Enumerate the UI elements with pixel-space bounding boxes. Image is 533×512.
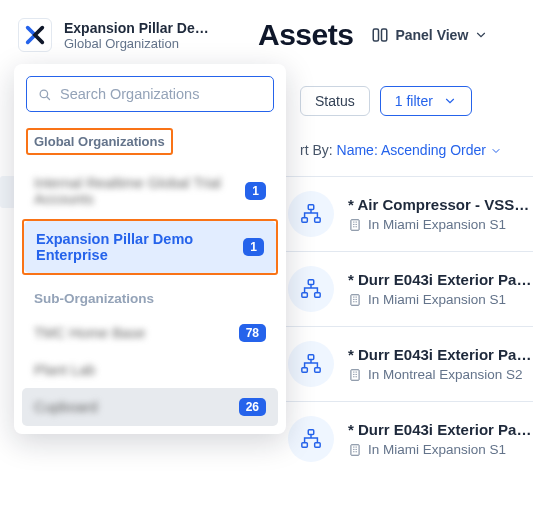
asset-location: In Miami Expansion S1 (348, 292, 533, 307)
svg-rect-6 (308, 280, 314, 285)
asset-title: * Durr E043i Exterior Paint A (348, 421, 533, 438)
asset-location: In Miami Expansion S1 (348, 217, 533, 232)
org-item-label: Internal Realtime Global Trial Accounts (34, 175, 245, 207)
panel-view-label: Panel View (395, 27, 468, 43)
current-org-scope: Global Organization (64, 36, 209, 51)
org-item-label: Cupboard (34, 399, 239, 415)
asset-item[interactable]: * Air Compressor - VSS SinIn Miami Expan… (282, 176, 533, 251)
svg-rect-10 (308, 355, 314, 360)
chevron-down-icon (443, 94, 457, 108)
org-item-label: Plant Lab (34, 362, 266, 378)
sub-org-item[interactable]: TMC Home Base78 (22, 314, 278, 352)
search-input[interactable] (60, 86, 263, 102)
svg-rect-12 (315, 368, 321, 373)
building-icon (348, 368, 362, 382)
svg-rect-11 (302, 368, 308, 373)
svg-rect-4 (315, 218, 321, 223)
asset-item[interactable]: * Durr E043i Exterior Paint AIn Montreal… (282, 326, 533, 401)
svg-rect-7 (302, 293, 308, 298)
chevron-down-icon (474, 28, 488, 42)
count-badge: 1 (245, 182, 266, 200)
search-icon (37, 87, 52, 102)
org-switcher[interactable]: Expansion Pillar De… Global Organization (18, 18, 238, 52)
selected-org-highlight: Expansion Pillar Demo Enterprise1 (22, 219, 278, 275)
hierarchy-icon (300, 428, 322, 450)
global-orgs-heading: Global Organizations (26, 128, 173, 155)
status-filter-button[interactable]: Status (300, 86, 370, 116)
org-item-label: Expansion Pillar Demo Enterprise (36, 231, 243, 263)
asset-title: * Durr E043i Exterior Paint A (348, 271, 533, 288)
svg-rect-14 (308, 430, 314, 435)
count-badge: 1 (243, 238, 264, 256)
svg-point-18 (40, 90, 48, 98)
asset-list: * Air Compressor - VSS SinIn Miami Expan… (282, 176, 533, 476)
asset-item[interactable]: * Durr E043i Exterior Paint AIn Miami Ex… (282, 401, 533, 476)
org-search-field[interactable] (26, 76, 274, 112)
svg-rect-15 (302, 443, 308, 448)
asset-type-icon (288, 341, 334, 387)
chevron-down-icon (490, 145, 502, 157)
sub-org-item[interactable]: Plant Lab (22, 352, 278, 388)
svg-rect-16 (315, 443, 321, 448)
building-icon (348, 443, 362, 457)
panel-view-toggle[interactable]: Panel View (371, 26, 488, 44)
hierarchy-icon (300, 353, 322, 375)
building-icon (348, 293, 362, 307)
svg-rect-13 (351, 369, 359, 380)
current-org-name: Expansion Pillar De… (64, 20, 209, 36)
sub-org-item[interactable]: Cupboard26 (22, 388, 278, 426)
hierarchy-icon (300, 278, 322, 300)
svg-rect-5 (351, 219, 359, 230)
global-org-item[interactable]: Expansion Pillar Demo Enterprise1 (24, 221, 276, 273)
global-org-item[interactable]: Internal Realtime Global Trial Accounts1 (22, 165, 278, 217)
asset-location: In Miami Expansion S1 (348, 442, 533, 457)
asset-location: In Montreal Expansion S2 (348, 367, 533, 382)
org-item-label: TMC Home Base (34, 325, 239, 341)
page-title: Assets (258, 18, 353, 52)
filter-count-button[interactable]: 1 filter (380, 86, 472, 116)
svg-rect-3 (302, 218, 308, 223)
svg-rect-8 (315, 293, 321, 298)
app-logo (18, 18, 52, 52)
org-dropdown: Global Organizations Internal Realtime G… (14, 64, 286, 434)
svg-rect-2 (308, 205, 314, 210)
svg-rect-17 (351, 444, 359, 455)
asset-type-icon (288, 191, 334, 237)
sort-control[interactable]: rt By: Name: Ascending Order (300, 142, 533, 158)
asset-title: * Air Compressor - VSS Sin (348, 196, 533, 213)
svg-rect-9 (351, 294, 359, 305)
asset-item[interactable]: * Durr E043i Exterior Paint AIn Miami Ex… (282, 251, 533, 326)
asset-title: * Durr E043i Exterior Paint A (348, 346, 533, 363)
asset-type-icon (288, 266, 334, 312)
hierarchy-icon (300, 203, 322, 225)
columns-icon (371, 26, 389, 44)
svg-rect-0 (374, 29, 379, 41)
count-badge: 26 (239, 398, 266, 416)
svg-rect-1 (382, 29, 387, 41)
building-icon (348, 218, 362, 232)
count-badge: 78 (239, 324, 266, 342)
sub-orgs-heading: Sub-Organizations (22, 277, 278, 314)
asset-type-icon (288, 416, 334, 462)
